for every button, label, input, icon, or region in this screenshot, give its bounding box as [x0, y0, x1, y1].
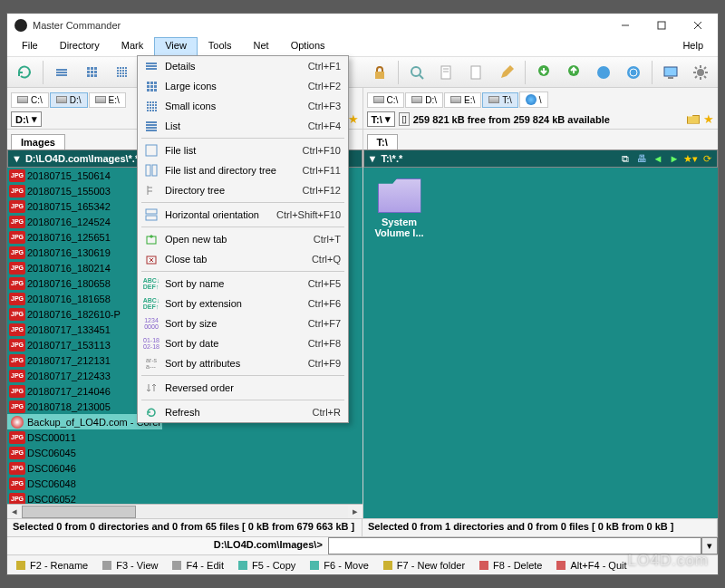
file-row[interactable]: JPGDSC06045 — [7, 445, 162, 460]
menu-shortcut: Ctrl+F6 — [308, 298, 341, 309]
menu-item-directory-tree[interactable]: Directory treeCtrl+F12 — [138, 180, 348, 200]
copy-icon[interactable]: ⧉ — [619, 152, 632, 165]
fn-f8[interactable]: F8 - Delete — [478, 559, 542, 572]
menu-item-list[interactable]: ListCtrl+F4 — [138, 116, 348, 136]
network-tab[interactable]: \ — [519, 92, 548, 108]
star-icon[interactable]: ★▾ — [684, 152, 697, 165]
minimize-button[interactable] — [607, 14, 643, 36]
drive-select-left[interactable]: D:\▾ — [11, 111, 42, 127]
fn-f7[interactable]: F7 - New folder — [382, 559, 465, 572]
scroll-left-button[interactable]: ◂ — [7, 506, 22, 517]
settings-button[interactable] — [687, 59, 714, 86]
tab-images[interactable]: Images — [11, 134, 65, 149]
menu-item-horizontal-orientation[interactable]: Horizontal orientationCtrl+Shift+F10 — [138, 205, 348, 225]
fn-icon — [382, 559, 394, 572]
file-name: 20180717_212131 — [27, 355, 111, 366]
tab-drive-t[interactable]: T:\ — [367, 134, 398, 149]
chevron-down-icon[interactable]: ▼ — [368, 153, 378, 164]
file-name: 20180716_180658 — [27, 278, 111, 289]
menu-file[interactable]: File — [11, 37, 49, 56]
favorite-icon[interactable]: ★ — [703, 112, 714, 126]
folder-item[interactable]: System Volume I... — [374, 178, 425, 238]
menu-item-file-list[interactable]: File listCtrl+F10 — [138, 140, 348, 160]
svg-point-19 — [627, 66, 640, 79]
fwd-icon[interactable]: ► — [668, 152, 681, 165]
drive-tab[interactable]: E:\ — [89, 92, 126, 108]
menu-mark[interactable]: Mark — [111, 37, 154, 56]
pencil-button[interactable] — [493, 59, 520, 86]
favorite-icon[interactable]: ★ — [348, 112, 359, 126]
menu-label: Details — [161, 61, 308, 72]
menu-item-open-new-tab[interactable]: Open new tabCtrl+T — [138, 229, 348, 249]
status-right: Selected 0 from 1 directories and 0 from… — [362, 519, 718, 536]
history-icon[interactable]: ⟳ — [701, 152, 713, 165]
chevron-down-icon[interactable]: ▼ — [12, 153, 22, 164]
svg-rect-45 — [146, 209, 157, 214]
fn-f3[interactable]: F3 - View — [101, 559, 158, 572]
search-button[interactable] — [403, 59, 430, 86]
fn-f2[interactable]: F2 - Rename — [14, 559, 88, 572]
view-small-button[interactable] — [108, 59, 135, 86]
drive-tab[interactable]: D:\ — [405, 92, 443, 108]
menu-item-small-icons[interactable]: Small iconsCtrl+F3 — [138, 96, 348, 116]
maximize-button[interactable] — [643, 14, 680, 36]
drive-tabs-right: C:\D:\E:\T:\\ — [363, 88, 719, 110]
file-row[interactable]: JPGDSC06048 — [7, 476, 162, 491]
menu-item-sort-by-attributes[interactable]: ar-sa---Sort by attributesCtrl+F9 — [138, 353, 348, 373]
menu-item-reversed-order[interactable]: Reversed order — [138, 378, 348, 398]
net-button[interactable] — [590, 59, 617, 86]
edit-button[interactable] — [433, 59, 460, 86]
chevron-down-icon: ▾ — [385, 113, 391, 125]
menu-tools[interactable]: Tools — [198, 37, 243, 56]
menu-item-sort-by-extension[interactable]: ABC↓DEF↑Sort by extensionCtrl+F6 — [138, 294, 348, 313]
drive-select-right[interactable]: T:\▾ — [367, 111, 395, 127]
fn-alt+f4[interactable]: Alt+F4 - Quit — [555, 559, 626, 572]
fn-f6[interactable]: F6 - Move — [308, 559, 369, 572]
jpg-icon: JPG — [9, 354, 25, 367]
scroll-right-button[interactable]: ▸ — [348, 506, 362, 517]
menu-label: Large icons — [161, 81, 308, 92]
menu-item-file-list-and-directory-tree[interactable]: File list and directory treeCtrl+F11 — [138, 160, 348, 180]
file-row[interactable]: JPGDSC06052 — [7, 491, 162, 504]
menu-directory[interactable]: Directory — [49, 37, 111, 56]
file-row[interactable]: JPGDSC00011 — [7, 429, 162, 445]
close-button[interactable] — [680, 14, 716, 36]
menu-item-refresh[interactable]: RefreshCtrl+R — [138, 402, 348, 422]
refresh-button[interactable] — [11, 59, 38, 86]
file-list-right[interactable]: System Volume I... — [363, 168, 719, 518]
print-icon[interactable]: 🖶 — [635, 152, 648, 165]
file-row[interactable]: JPGDSC06046 — [7, 460, 162, 476]
menu-view[interactable]: View — [154, 37, 198, 56]
drive-tab[interactable]: C:\ — [367, 92, 405, 108]
drive-tab[interactable]: T:\ — [482, 92, 518, 108]
drive-tab[interactable]: D:\ — [50, 92, 88, 108]
view-large-button[interactable] — [78, 59, 105, 86]
menu-help[interactable]: Help — [672, 37, 714, 56]
note-button[interactable] — [463, 59, 490, 86]
upload-button[interactable] — [560, 59, 587, 86]
svg-rect-12 — [441, 66, 450, 79]
menu-shortcut: Ctrl+F9 — [308, 358, 341, 369]
hscroll-left[interactable]: ◂ ▸ — [7, 504, 362, 518]
view-details-button[interactable] — [48, 59, 75, 86]
menu-item-close-tab[interactable]: Close tabCtrl+Q — [138, 249, 348, 269]
fn-f5[interactable]: F5 - Copy — [237, 559, 295, 572]
menu-item-sort-by-name[interactable]: ABC↓DEF↑Sort by nameCtrl+F5 — [138, 274, 348, 294]
sync-button[interactable] — [620, 59, 647, 86]
menu-net[interactable]: Net — [243, 37, 280, 56]
fn-f4[interactable]: F4 - Edit — [170, 559, 224, 572]
lock-button[interactable] — [366, 59, 393, 86]
download-button[interactable] — [530, 59, 557, 86]
fn-label: F2 - Rename — [30, 560, 88, 571]
monitor-button[interactable] — [657, 59, 684, 86]
eject-icon[interactable]: ▯ — [399, 112, 410, 126]
drive-tab[interactable]: C:\ — [11, 92, 49, 108]
menu-item-sort-by-size[interactable]: 12340000Sort by sizeCtrl+F7 — [138, 313, 348, 333]
menu-options[interactable]: Options — [280, 37, 336, 56]
folder-icon[interactable] — [687, 115, 700, 124]
drive-tab[interactable]: E:\ — [444, 92, 481, 108]
menu-item-large-icons[interactable]: Large iconsCtrl+F2 — [138, 76, 348, 96]
back-icon[interactable]: ◄ — [652, 152, 664, 165]
menu-item-details[interactable]: DetailsCtrl+F1 — [138, 56, 348, 76]
menu-item-sort-by-date[interactable]: 01-1802-18Sort by dateCtrl+F8 — [138, 333, 348, 353]
